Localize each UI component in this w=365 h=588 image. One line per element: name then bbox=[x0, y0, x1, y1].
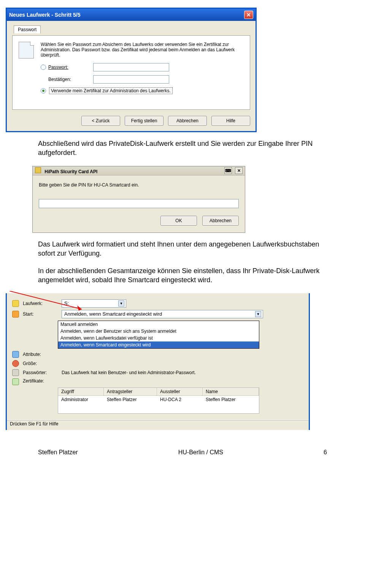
wizard-window: Neues Laufwerk - Schritt 5/5 ✕ Passwort … bbox=[6, 8, 257, 132]
chevron-down-icon: ▼ bbox=[118, 300, 124, 307]
paragraph-3: In der abschließenden Gesamtanzeige könn… bbox=[38, 266, 327, 285]
cancel-button[interactable]: Abbrechen bbox=[202, 216, 239, 226]
pin-prompt: Bitte geben Sie die PIN für HU-CA Smartc… bbox=[39, 182, 239, 188]
pin-titlebar[interactable]: HiPath SIcurity Card API ⌨ ✕ bbox=[33, 166, 245, 175]
footer-page: 6 bbox=[324, 449, 327, 456]
arrow-annotation bbox=[10, 291, 93, 314]
help-button[interactable]: Hilfe bbox=[211, 116, 250, 126]
keyboard-icon[interactable]: ⌨ bbox=[224, 167, 232, 174]
finish-button[interactable]: Fertig stellen bbox=[125, 116, 163, 126]
close-icon[interactable]: ✕ bbox=[244, 11, 253, 19]
password-label: Passwort: bbox=[48, 65, 68, 70]
cancel-button[interactable]: Abbrechen bbox=[168, 116, 207, 126]
ok-button[interactable]: OK bbox=[160, 216, 197, 226]
wizard-page-icon bbox=[19, 42, 34, 58]
paragraph-1: Abschließend wird das PrivateDisk-Laufwe… bbox=[38, 139, 327, 158]
chevron-down-icon: ▼ bbox=[255, 311, 261, 317]
wizard-description: Wählen Sie ein Passwort zum Absichern de… bbox=[41, 42, 244, 58]
passwords-label: Passwörter: bbox=[23, 370, 58, 375]
col-applicant[interactable]: Antragsteller bbox=[104, 388, 157, 396]
paragraph-2: Das Laufwerk wird formatiert und steht I… bbox=[38, 240, 327, 258]
footer-author: Steffen Platzer bbox=[38, 449, 78, 456]
certificates-table: Zugriff Antragsteller Aussteller Name Ad… bbox=[58, 387, 259, 414]
certificates-label: Zertifikate: bbox=[23, 378, 58, 384]
svg-line-0 bbox=[10, 291, 82, 309]
confirm-input[interactable] bbox=[93, 75, 169, 84]
settings-panel: Laufwerk: S: ▼ Start: Anmelden, wenn Sma… bbox=[6, 293, 310, 430]
table-row[interactable]: Administrator Steffen Platzer HU-DCA 2 S… bbox=[58, 396, 259, 403]
start-option[interactable]: Anmelden, wenn der Benutzer sich ans Sys… bbox=[58, 328, 259, 335]
certificate-label: Verwende mein Zertifikat zur Administrat… bbox=[49, 87, 173, 94]
attribute-label: Attribute: bbox=[23, 352, 58, 357]
titlebar[interactable]: Neues Laufwerk - Schritt 5/5 ✕ bbox=[7, 9, 256, 21]
start-dropdown-list[interactable]: Manuell anmelden Anmelden, wenn der Benu… bbox=[58, 321, 259, 349]
passwords-icon bbox=[12, 369, 19, 376]
page-footer: Steffen Platzer HU-Berlin / CMS 6 bbox=[38, 449, 327, 456]
start-option-selected[interactable]: Anmelden, wenn Smartcard eingesteckt wir… bbox=[58, 341, 259, 348]
window-title: Neues Laufwerk - Schritt 5/5 bbox=[9, 12, 81, 18]
cell-access: Administrator bbox=[58, 396, 104, 403]
card-icon bbox=[35, 167, 41, 173]
cell-issuer: HU-DCA 2 bbox=[157, 396, 203, 403]
password-input[interactable] bbox=[93, 63, 169, 71]
attribute-icon bbox=[12, 351, 19, 358]
cell-applicant: Steffen Platzer bbox=[104, 396, 157, 403]
size-icon bbox=[12, 360, 19, 367]
radio-certificate[interactable] bbox=[41, 88, 46, 93]
cell-name: Steffen Platzer bbox=[203, 396, 259, 403]
size-label: Größe: bbox=[23, 361, 58, 366]
back-button[interactable]: < Zurück bbox=[81, 116, 120, 126]
start-option[interactable]: Manuell anmelden bbox=[58, 321, 259, 328]
confirm-label: Bestätigen: bbox=[48, 77, 71, 82]
start-option[interactable]: Anmelden, wenn Laufwerksdatei verfügbar … bbox=[58, 335, 259, 341]
certificate-icon bbox=[12, 378, 19, 385]
status-bar: Drücken Sie F1 für Hilfe bbox=[7, 420, 309, 428]
tab-passwort[interactable]: Passwort bbox=[14, 25, 41, 33]
col-name[interactable]: Name bbox=[203, 388, 259, 396]
footer-org: HU-Berlin / CMS bbox=[178, 449, 223, 456]
col-access[interactable]: Zugriff bbox=[58, 388, 104, 396]
pin-input[interactable] bbox=[39, 199, 239, 208]
close-icon[interactable]: ✕ bbox=[235, 167, 243, 174]
radio-password[interactable] bbox=[41, 65, 46, 70]
pin-dialog-title: HiPath SIcurity Card API bbox=[44, 169, 97, 174]
passwords-value: Das Laufwerk hat kein Benutzer- und kein… bbox=[62, 370, 303, 375]
pin-dialog: HiPath SIcurity Card API ⌨ ✕ Bitte geben… bbox=[32, 166, 245, 233]
col-issuer[interactable]: Aussteller bbox=[157, 388, 203, 396]
